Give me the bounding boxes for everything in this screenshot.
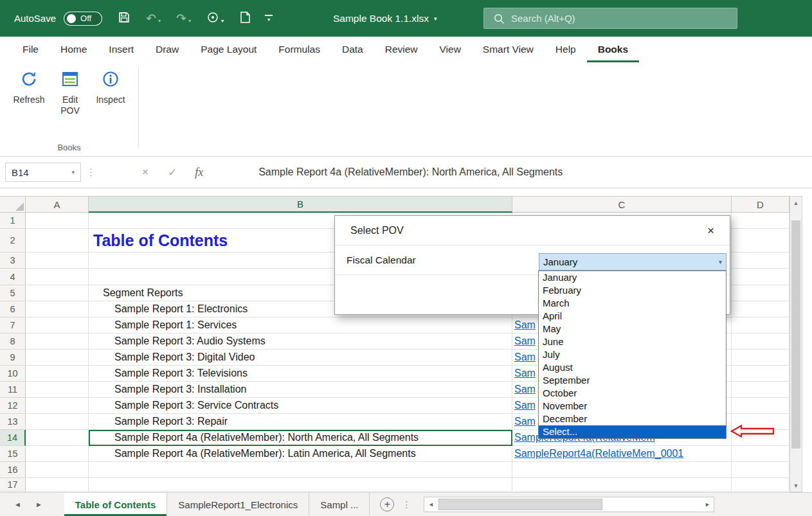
vertical-scroll-track[interactable] xyxy=(790,209,802,479)
row-header-15[interactable]: 15 xyxy=(0,446,26,462)
row-header-14[interactable]: 14 xyxy=(0,430,26,446)
undo-button[interactable]: ↶ ▾ xyxy=(146,12,161,24)
dialog-close-icon[interactable]: × xyxy=(707,224,714,236)
cancel-formula-icon[interactable]: × xyxy=(142,166,149,179)
touch-mouse-mode-button[interactable]: ▾ xyxy=(206,11,224,26)
select-all-corner[interactable] xyxy=(0,196,26,213)
print-preview-button[interactable] xyxy=(239,11,251,26)
cell-c17[interactable] xyxy=(512,478,732,492)
report-link-12[interactable]: Sam xyxy=(512,400,536,411)
sheet-nav-left-icon[interactable]: ◄ xyxy=(14,501,21,508)
cell-d16[interactable] xyxy=(732,462,789,478)
ribbon-tab-view[interactable]: View xyxy=(429,37,472,62)
dropdown-option-november[interactable]: November xyxy=(539,400,726,413)
ribbon-tab-review[interactable]: Review xyxy=(374,37,429,62)
edit-pov-button[interactable]: Edit POV xyxy=(50,70,91,116)
row-header-6[interactable]: 6 xyxy=(0,301,26,317)
cell-d17[interactable] xyxy=(732,478,789,492)
ribbon-tab-books[interactable]: Books xyxy=(587,37,639,62)
ribbon-tab-data[interactable]: Data xyxy=(331,37,374,62)
dropdown-option-april[interactable]: April xyxy=(539,310,726,323)
fiscal-calendar-dropdown[interactable]: January ▾ xyxy=(539,253,726,271)
cell-a14[interactable] xyxy=(26,430,89,446)
cell-a12[interactable] xyxy=(26,398,89,414)
ribbon-tab-insert[interactable]: Insert xyxy=(98,37,145,62)
cell-b12[interactable]: Sample Report 3: Service Contracts xyxy=(89,398,512,414)
report-link-9[interactable]: Sam xyxy=(512,351,536,363)
cell-d5[interactable] xyxy=(732,285,789,301)
formula-content[interactable]: Sample Report 4a (RelativeMember): North… xyxy=(258,166,563,178)
cell-a15[interactable] xyxy=(26,446,89,462)
cell-a8[interactable] xyxy=(26,334,89,350)
name-box[interactable]: B14 ▾ xyxy=(5,163,81,182)
dropdown-option-july[interactable]: July xyxy=(539,348,726,361)
search-box[interactable]: Search (Alt+Q) xyxy=(483,8,737,29)
cell-a2[interactable] xyxy=(26,229,89,253)
cell-b8[interactable]: Sample Report 3: Audio Systems xyxy=(89,334,512,350)
dropdown-option-august[interactable]: August xyxy=(539,361,726,374)
sheet-nav-right-icon[interactable]: ► xyxy=(35,501,42,508)
column-header-a[interactable]: A xyxy=(26,196,89,213)
dropdown-option-december[interactable]: December xyxy=(539,413,726,425)
row-header-3[interactable]: 3 xyxy=(0,253,26,269)
cell-b10[interactable]: Sample Report 3: Televisions xyxy=(89,366,512,382)
row-header-9[interactable]: 9 xyxy=(0,350,26,366)
horizontal-scrollbar[interactable]: ◄ ► xyxy=(424,497,714,512)
dropdown-option-select[interactable]: Select... xyxy=(539,425,726,438)
scroll-left-icon[interactable]: ◄ xyxy=(424,501,437,508)
cell-d7[interactable] xyxy=(732,317,789,334)
row-header-7[interactable]: 7 xyxy=(0,317,26,334)
cell-d8[interactable] xyxy=(732,334,789,350)
report-link-15[interactable]: SampleReport4a(RelativeMem_0001 xyxy=(512,448,683,459)
cell-a13[interactable] xyxy=(26,414,89,430)
report-link-13[interactable]: Sam xyxy=(512,416,536,427)
column-header-b[interactable]: B xyxy=(89,196,512,213)
autosave-toggle[interactable]: Off xyxy=(64,12,102,26)
cell-c16[interactable] xyxy=(512,462,732,478)
horizontal-scroll-thumb[interactable] xyxy=(438,499,602,510)
cell-a10[interactable] xyxy=(26,366,89,382)
cell-d1[interactable] xyxy=(732,213,789,229)
cell-d4[interactable] xyxy=(732,269,789,285)
row-header-10[interactable]: 10 xyxy=(0,366,26,382)
row-header-4[interactable]: 4 xyxy=(0,269,26,285)
sheet-tab-sampl[interactable]: Sampl ... xyxy=(309,493,370,516)
cell-d6[interactable] xyxy=(732,301,789,317)
cell-b9[interactable]: Sample Report 3: Digital Video xyxy=(89,350,512,366)
insert-function-icon[interactable]: fx xyxy=(195,166,203,179)
cell-b14[interactable]: Sample Report 4a (RelativeMember): North… xyxy=(89,430,512,446)
cell-b13[interactable]: Sample Report 3: Repair xyxy=(89,414,512,430)
cell-a3[interactable] xyxy=(26,253,89,269)
cell-d2[interactable] xyxy=(732,229,789,253)
row-header-5[interactable]: 5 xyxy=(0,285,26,301)
dropdown-option-may[interactable]: May xyxy=(539,323,726,335)
cell-a7[interactable] xyxy=(26,317,89,334)
row-header-16[interactable]: 16 xyxy=(0,462,26,478)
dropdown-option-september[interactable]: September xyxy=(539,374,726,387)
cell-b11[interactable]: Sample Report 3: Installation xyxy=(89,382,512,398)
cell-b16[interactable] xyxy=(89,462,512,478)
ribbon-tab-draw[interactable]: Draw xyxy=(145,37,190,62)
column-header-c[interactable]: C xyxy=(512,196,732,213)
row-header-13[interactable]: 13 xyxy=(0,414,26,430)
horizontal-scroll-track[interactable] xyxy=(437,497,701,512)
cell-a1[interactable] xyxy=(26,213,89,229)
ribbon-tab-home[interactable]: Home xyxy=(50,37,98,62)
enter-formula-icon[interactable]: ✓ xyxy=(168,166,177,179)
dropdown-option-june[interactable]: June xyxy=(539,335,726,348)
ribbon-tab-smart-view[interactable]: Smart View xyxy=(472,37,545,62)
cell-a17[interactable] xyxy=(26,478,89,492)
cell-d12[interactable] xyxy=(732,398,789,414)
customize-quick-access-button[interactable]: ▾ xyxy=(265,15,273,22)
vertical-scroll-thumb[interactable] xyxy=(791,220,800,449)
scroll-down-icon[interactable]: ▼ xyxy=(790,479,802,492)
cell-b7[interactable]: Sample Report 1: Services xyxy=(89,317,512,334)
scroll-right-icon[interactable]: ► xyxy=(701,501,714,508)
cell-a11[interactable] xyxy=(26,382,89,398)
new-sheet-button[interactable]: + xyxy=(380,497,394,512)
dropdown-option-january[interactable]: January xyxy=(539,271,726,284)
row-header-11[interactable]: 11 xyxy=(0,382,26,398)
report-link-7[interactable]: Sam xyxy=(512,319,536,331)
ribbon-tab-page-layout[interactable]: Page Layout xyxy=(190,37,267,62)
report-link-11[interactable]: Sam xyxy=(512,384,536,395)
